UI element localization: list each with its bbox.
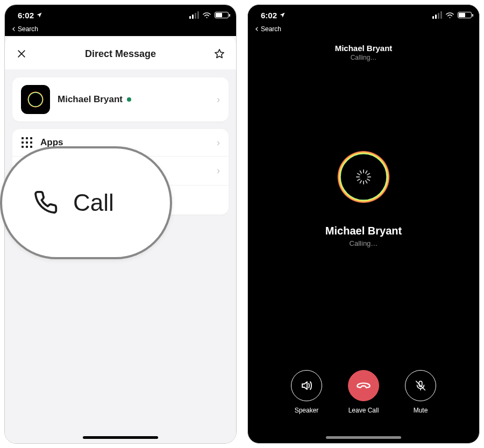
status-time: 6:02 — [18, 11, 34, 20]
mute-button[interactable] — [405, 370, 436, 401]
call-callout-label: Call — [73, 189, 114, 216]
contact-name: Michael Bryant — [58, 94, 123, 105]
svg-point-3 — [449, 17, 450, 18]
status-time: 6:02 — [261, 11, 277, 20]
call-header: Michael Bryant Calling… — [335, 44, 393, 61]
call-callout-bubble: Call — [0, 146, 172, 259]
presence-indicator-icon — [127, 97, 131, 102]
apps-icon — [21, 137, 33, 148]
call-header-status: Calling… — [335, 54, 393, 61]
leave-call-button[interactable] — [348, 370, 379, 401]
call-controls: Speaker Leave Call Mute — [248, 370, 479, 414]
loading-spinner-icon — [356, 169, 371, 184]
battery-icon — [458, 12, 472, 18]
location-icon — [36, 12, 42, 18]
wifi-icon — [202, 12, 211, 19]
chevron-right-icon: › — [217, 165, 220, 176]
battery-icon — [215, 12, 229, 18]
home-indicator[interactable] — [326, 436, 401, 439]
location-icon — [279, 12, 286, 18]
svg-point-0 — [206, 17, 207, 18]
star-icon — [213, 48, 225, 60]
phone-icon — [34, 190, 59, 215]
mute-label: Mute — [414, 407, 428, 414]
chevron-right-icon: › — [217, 137, 220, 148]
call-header-name: Michael Bryant — [335, 44, 393, 53]
chevron-left-icon — [11, 26, 17, 32]
back-to-search[interactable]: Search — [248, 25, 479, 36]
favorite-button[interactable] — [212, 47, 226, 61]
dm-title: Direct Message — [85, 48, 156, 60]
status-bar: 6:02 — [248, 5, 479, 25]
home-indicator[interactable] — [83, 436, 158, 439]
speaker-button[interactable] — [291, 370, 322, 401]
chevron-right-icon: › — [217, 94, 220, 105]
contact-avatar — [21, 85, 50, 114]
back-to-search[interactable]: Search — [5, 25, 236, 36]
back-label: Search — [261, 25, 281, 33]
chevron-left-icon — [254, 26, 260, 32]
wifi-icon — [445, 12, 454, 19]
calling-avatar — [329, 142, 398, 212]
speaker-label: Speaker — [295, 407, 319, 414]
call-screen: Michael Bryant Calling… Michael Bryant C… — [248, 36, 479, 443]
signal-icon — [432, 11, 442, 19]
right-phone-frame: 6:02 Search Michael Bryant Calling… — [247, 4, 480, 444]
signal-icon — [189, 11, 199, 19]
call-contact-name: Michael Bryant — [325, 225, 402, 237]
call-contact-status: Calling… — [350, 239, 378, 247]
back-label: Search — [18, 25, 38, 33]
status-bar: 6:02 — [5, 5, 236, 25]
close-button[interactable] — [15, 47, 29, 61]
close-icon — [16, 48, 27, 59]
contact-card[interactable]: Michael Bryant › — [12, 77, 229, 122]
speaker-icon — [300, 379, 313, 392]
hangup-icon — [356, 378, 371, 393]
leave-call-label: Leave Call — [348, 407, 379, 414]
mute-icon — [415, 380, 426, 392]
